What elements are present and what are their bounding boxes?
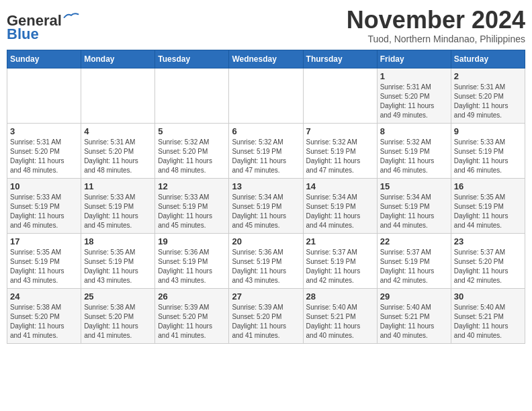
day-info: Sunrise: 5:40 AM Sunset: 5:21 PM Dayligh… [380,303,448,340]
day-number: 15 [380,181,448,191]
calendar-cell [7,68,81,123]
calendar-table: SundayMondayTuesdayWednesdayThursdayFrid… [7,50,525,344]
calendar-cell: 7Sunrise: 5:32 AM Sunset: 5:19 PM Daylig… [303,123,377,178]
calendar-cell: 8Sunrise: 5:32 AM Sunset: 5:19 PM Daylig… [377,123,451,178]
calendar-cell: 22Sunrise: 5:37 AM Sunset: 5:19 PM Dayli… [377,233,451,288]
day-info: Sunrise: 5:33 AM Sunset: 5:19 PM Dayligh… [454,138,522,175]
day-number: 28 [306,291,374,302]
day-info: Sunrise: 5:37 AM Sunset: 5:19 PM Dayligh… [380,248,448,285]
logo-blue-text: Blue [7,26,39,43]
location-subtitle: Tuod, Northern Mindanao, Philippines [347,34,525,44]
calendar-cell: 3Sunrise: 5:31 AM Sunset: 5:20 PM Daylig… [7,123,81,178]
calendar-cell: 26Sunrise: 5:39 AM Sunset: 5:20 PM Dayli… [155,288,229,343]
calendar-cell: 24Sunrise: 5:38 AM Sunset: 5:20 PM Dayli… [7,288,81,343]
day-number: 4 [84,126,152,136]
calendar-cell: 20Sunrise: 5:36 AM Sunset: 5:19 PM Dayli… [229,233,303,288]
day-info: Sunrise: 5:31 AM Sunset: 5:20 PM Dayligh… [84,138,152,175]
calendar-cell: 12Sunrise: 5:33 AM Sunset: 5:19 PM Dayli… [155,178,229,233]
calendar-cell: 14Sunrise: 5:34 AM Sunset: 5:19 PM Dayli… [303,178,377,233]
page-header: General Blue November 2024 Tuod, Norther… [7,7,525,44]
calendar-cell: 25Sunrise: 5:38 AM Sunset: 5:20 PM Dayli… [81,288,155,343]
day-info: Sunrise: 5:34 AM Sunset: 5:19 PM Dayligh… [306,193,374,230]
header-wednesday: Wednesday [229,50,303,68]
calendar-cell: 1Sunrise: 5:31 AM Sunset: 5:20 PM Daylig… [377,68,451,123]
day-info: Sunrise: 5:32 AM Sunset: 5:19 PM Dayligh… [232,138,300,175]
day-number: 8 [380,126,448,136]
day-number: 16 [454,181,522,191]
day-number: 7 [306,126,374,136]
calendar-cell: 10Sunrise: 5:33 AM Sunset: 5:19 PM Dayli… [7,178,81,233]
calendar-cell: 5Sunrise: 5:32 AM Sunset: 5:20 PM Daylig… [155,123,229,178]
day-info: Sunrise: 5:34 AM Sunset: 5:19 PM Dayligh… [380,193,448,230]
header-saturday: Saturday [451,50,525,68]
header-thursday: Thursday [303,50,377,68]
day-info: Sunrise: 5:37 AM Sunset: 5:19 PM Dayligh… [306,248,374,285]
day-number: 29 [380,291,448,302]
day-info: Sunrise: 5:39 AM Sunset: 5:20 PM Dayligh… [158,303,226,340]
calendar-cell: 19Sunrise: 5:36 AM Sunset: 5:19 PM Dayli… [155,233,229,288]
calendar-cell: 6Sunrise: 5:32 AM Sunset: 5:19 PM Daylig… [229,123,303,178]
day-info: Sunrise: 5:40 AM Sunset: 5:21 PM Dayligh… [454,303,522,340]
calendar-week-row: 24Sunrise: 5:38 AM Sunset: 5:20 PM Dayli… [7,288,525,343]
day-number: 5 [158,126,226,136]
day-info: Sunrise: 5:39 AM Sunset: 5:20 PM Dayligh… [232,303,300,340]
day-info: Sunrise: 5:32 AM Sunset: 5:19 PM Dayligh… [380,138,448,175]
calendar-cell: 16Sunrise: 5:35 AM Sunset: 5:19 PM Dayli… [451,178,525,233]
day-number: 22 [380,236,448,246]
header-friday: Friday [377,50,451,68]
calendar-cell: 28Sunrise: 5:40 AM Sunset: 5:21 PM Dayli… [303,288,377,343]
calendar-cell: 13Sunrise: 5:34 AM Sunset: 5:19 PM Dayli… [229,178,303,233]
logo: General Blue [7,12,79,43]
day-info: Sunrise: 5:32 AM Sunset: 5:20 PM Dayligh… [158,138,226,175]
day-info: Sunrise: 5:33 AM Sunset: 5:19 PM Dayligh… [158,193,226,230]
calendar-cell: 27Sunrise: 5:39 AM Sunset: 5:20 PM Dayli… [229,288,303,343]
day-info: Sunrise: 5:31 AM Sunset: 5:20 PM Dayligh… [454,83,522,120]
day-info: Sunrise: 5:37 AM Sunset: 5:20 PM Dayligh… [454,248,522,285]
calendar-cell: 4Sunrise: 5:31 AM Sunset: 5:20 PM Daylig… [81,123,155,178]
day-number: 13 [232,181,300,191]
day-number: 14 [306,181,374,191]
day-info: Sunrise: 5:36 AM Sunset: 5:19 PM Dayligh… [232,248,300,285]
day-number: 17 [10,236,78,246]
month-title: November 2024 [347,7,525,34]
day-number: 25 [84,291,152,302]
day-info: Sunrise: 5:33 AM Sunset: 5:19 PM Dayligh… [84,193,152,230]
day-info: Sunrise: 5:35 AM Sunset: 5:19 PM Dayligh… [10,248,78,285]
header-monday: Monday [81,50,155,68]
day-info: Sunrise: 5:38 AM Sunset: 5:20 PM Dayligh… [10,303,78,340]
calendar-cell [303,68,377,123]
day-number: 21 [306,236,374,246]
calendar-cell: 9Sunrise: 5:33 AM Sunset: 5:19 PM Daylig… [451,123,525,178]
day-number: 9 [454,126,522,136]
day-number: 11 [84,181,152,191]
day-number: 6 [232,126,300,136]
calendar-cell: 21Sunrise: 5:37 AM Sunset: 5:19 PM Dayli… [303,233,377,288]
calendar-cell: 23Sunrise: 5:37 AM Sunset: 5:20 PM Dayli… [451,233,525,288]
day-number: 24 [10,291,78,302]
day-info: Sunrise: 5:38 AM Sunset: 5:20 PM Dayligh… [84,303,152,340]
day-info: Sunrise: 5:31 AM Sunset: 5:20 PM Dayligh… [380,83,448,120]
day-number: 1 [380,71,448,81]
calendar-week-row: 1Sunrise: 5:31 AM Sunset: 5:20 PM Daylig… [7,68,525,123]
day-info: Sunrise: 5:34 AM Sunset: 5:19 PM Dayligh… [232,193,300,230]
day-info: Sunrise: 5:36 AM Sunset: 5:19 PM Dayligh… [158,248,226,285]
day-number: 18 [84,236,152,246]
calendar-cell: 15Sunrise: 5:34 AM Sunset: 5:19 PM Dayli… [377,178,451,233]
day-info: Sunrise: 5:31 AM Sunset: 5:20 PM Dayligh… [10,138,78,175]
day-number: 20 [232,236,300,246]
calendar-cell: 29Sunrise: 5:40 AM Sunset: 5:21 PM Dayli… [377,288,451,343]
day-info: Sunrise: 5:35 AM Sunset: 5:19 PM Dayligh… [454,193,522,230]
day-number: 27 [232,291,300,302]
calendar-cell [229,68,303,123]
calendar-cell: 18Sunrise: 5:35 AM Sunset: 5:19 PM Dayli… [81,233,155,288]
calendar-week-row: 10Sunrise: 5:33 AM Sunset: 5:19 PM Dayli… [7,178,525,233]
calendar-cell: 2Sunrise: 5:31 AM Sunset: 5:20 PM Daylig… [451,68,525,123]
calendar-cell: 17Sunrise: 5:35 AM Sunset: 5:19 PM Dayli… [7,233,81,288]
day-number: 19 [158,236,226,246]
day-number: 2 [454,71,522,81]
title-block: November 2024 Tuod, Northern Mindanao, P… [347,7,525,44]
calendar-header-row: SundayMondayTuesdayWednesdayThursdayFrid… [7,50,525,68]
calendar-cell: 11Sunrise: 5:33 AM Sunset: 5:19 PM Dayli… [81,178,155,233]
day-info: Sunrise: 5:40 AM Sunset: 5:21 PM Dayligh… [306,303,374,340]
day-number: 3 [10,126,78,136]
